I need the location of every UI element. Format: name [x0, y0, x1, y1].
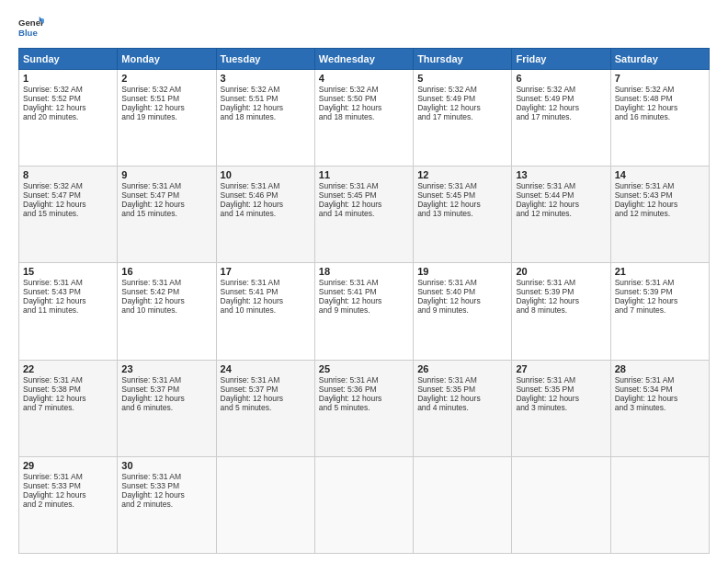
sunrise-label: Sunrise: 5:31 AM	[516, 278, 575, 287]
daylight-label: Daylight: 12 hours	[121, 296, 185, 305]
daylight-duration: and 5 minutes.	[319, 403, 370, 412]
daylight-duration: and 13 minutes.	[417, 209, 472, 218]
daylight-duration: and 7 minutes.	[615, 305, 666, 315]
calendar-table: SundayMondayTuesdayWednesdayThursdayFrid…	[18, 48, 710, 554]
sunset-label: Sunset: 5:49 PM	[417, 94, 475, 103]
calendar-cell: 8 Sunrise: 5:32 AM Sunset: 5:47 PM Dayli…	[19, 167, 118, 263]
sunset-label: Sunset: 5:33 PM	[121, 481, 179, 490]
day-number: 26	[417, 363, 507, 374]
day-number: 14	[615, 169, 705, 180]
day-number: 23	[121, 363, 211, 374]
daylight-label: Daylight: 12 hours	[23, 200, 86, 209]
daylight-duration: and 20 minutes.	[23, 112, 78, 121]
sunset-label: Sunset: 5:42 PM	[121, 287, 179, 296]
day-number: 19	[417, 266, 507, 277]
daylight-label: Daylight: 12 hours	[319, 296, 382, 305]
day-number: 4	[319, 73, 409, 84]
daylight-duration: and 3 minutes.	[615, 403, 666, 412]
sunrise-label: Sunrise: 5:31 AM	[23, 472, 83, 481]
sunrise-label: Sunrise: 5:31 AM	[121, 278, 181, 287]
calendar-cell: 22 Sunrise: 5:31 AM Sunset: 5:38 PM Dayl…	[19, 360, 118, 456]
sunset-label: Sunset: 5:39 PM	[615, 287, 673, 296]
daylight-duration: and 5 minutes.	[221, 403, 272, 412]
daylight-duration: and 8 minutes.	[516, 305, 567, 315]
sunrise-label: Sunrise: 5:32 AM	[121, 85, 181, 94]
sunset-label: Sunset: 5:35 PM	[516, 385, 574, 394]
daylight-duration: and 11 minutes.	[23, 305, 78, 315]
weekday-header-saturday: Saturday	[610, 49, 709, 70]
daylight-duration: and 7 minutes.	[23, 403, 74, 412]
daylight-duration: and 15 minutes.	[121, 209, 176, 218]
day-number: 22	[23, 363, 113, 374]
daylight-duration: and 15 minutes.	[23, 209, 78, 218]
daylight-duration: and 18 minutes.	[221, 112, 276, 121]
calendar-cell: 17 Sunrise: 5:31 AM Sunset: 5:41 PM Dayl…	[216, 263, 314, 360]
daylight-label: Daylight: 12 hours	[121, 200, 185, 209]
day-number: 8	[23, 169, 113, 180]
sunset-label: Sunset: 5:41 PM	[319, 287, 377, 296]
daylight-label: Daylight: 12 hours	[121, 490, 185, 500]
calendar-cell: 6 Sunrise: 5:32 AM Sunset: 5:49 PM Dayli…	[512, 70, 610, 167]
daylight-duration: and 2 minutes.	[23, 500, 74, 509]
sunset-label: Sunset: 5:51 PM	[121, 94, 179, 103]
sunrise-label: Sunrise: 5:31 AM	[615, 278, 675, 287]
daylight-label: Daylight: 12 hours	[221, 296, 284, 305]
daylight-duration: and 6 minutes.	[121, 403, 173, 412]
calendar-cell: 10 Sunrise: 5:31 AM Sunset: 5:46 PM Dayl…	[216, 167, 314, 263]
daylight-label: Daylight: 12 hours	[615, 200, 678, 209]
daylight-duration: and 12 minutes.	[516, 209, 571, 218]
weekday-header-friday: Friday	[512, 49, 610, 70]
weekday-header-thursday: Thursday	[414, 49, 512, 70]
day-number: 15	[23, 266, 113, 277]
day-number: 25	[319, 363, 409, 374]
day-number: 28	[615, 363, 705, 374]
daylight-label: Daylight: 12 hours	[516, 103, 579, 112]
calendar-cell: 18 Sunrise: 5:31 AM Sunset: 5:41 PM Dayl…	[314, 263, 413, 360]
sunrise-label: Sunrise: 5:32 AM	[615, 85, 675, 94]
calendar-cell: 7 Sunrise: 5:32 AM Sunset: 5:48 PM Dayli…	[610, 70, 709, 167]
sunrise-label: Sunrise: 5:31 AM	[121, 181, 181, 190]
calendar-cell: 11 Sunrise: 5:31 AM Sunset: 5:45 PM Dayl…	[314, 167, 413, 263]
weekday-header-tuesday: Tuesday	[216, 49, 314, 70]
sunrise-label: Sunrise: 5:32 AM	[221, 85, 280, 94]
sunrise-label: Sunrise: 5:32 AM	[23, 85, 83, 94]
sunset-label: Sunset: 5:39 PM	[516, 287, 574, 296]
day-number: 27	[516, 363, 606, 374]
sunrise-label: Sunrise: 5:31 AM	[319, 278, 379, 287]
sunset-label: Sunset: 5:46 PM	[221, 190, 279, 200]
calendar-week-row-5: 29 Sunrise: 5:31 AM Sunset: 5:33 PM Dayl…	[19, 456, 710, 553]
logo: General Blue	[18, 15, 31, 40]
calendar-cell	[512, 456, 610, 553]
sunrise-label: Sunrise: 5:31 AM	[516, 181, 575, 190]
day-number: 12	[417, 169, 507, 180]
day-number: 10	[221, 169, 311, 180]
sunset-label: Sunset: 5:50 PM	[319, 94, 377, 103]
daylight-label: Daylight: 12 hours	[516, 200, 579, 209]
calendar-cell	[216, 456, 314, 553]
sunrise-label: Sunrise: 5:31 AM	[221, 278, 280, 287]
day-number: 20	[516, 266, 606, 277]
calendar-cell: 23 Sunrise: 5:31 AM Sunset: 5:37 PM Dayl…	[118, 360, 216, 456]
daylight-label: Daylight: 12 hours	[516, 394, 579, 403]
sunset-label: Sunset: 5:34 PM	[615, 385, 673, 394]
daylight-duration: and 17 minutes.	[516, 112, 571, 121]
sunset-label: Sunset: 5:51 PM	[221, 94, 279, 103]
sunrise-label: Sunrise: 5:31 AM	[516, 375, 575, 385]
calendar-week-row-4: 22 Sunrise: 5:31 AM Sunset: 5:38 PM Dayl…	[19, 360, 710, 456]
calendar-cell: 15 Sunrise: 5:31 AM Sunset: 5:43 PM Dayl…	[19, 263, 118, 360]
day-number: 21	[615, 266, 705, 277]
page: General Blue SundayMondayTuesdayWednesda…	[0, 0, 728, 563]
day-number: 2	[121, 73, 211, 84]
sunset-label: Sunset: 5:45 PM	[417, 190, 475, 200]
daylight-label: Daylight: 12 hours	[615, 103, 678, 112]
daylight-duration: and 17 minutes.	[417, 112, 472, 121]
day-number: 30	[121, 460, 211, 471]
sunrise-label: Sunrise: 5:32 AM	[417, 85, 477, 94]
sunset-label: Sunset: 5:52 PM	[23, 94, 81, 103]
day-number: 24	[221, 363, 311, 374]
weekday-header-row: SundayMondayTuesdayWednesdayThursdayFrid…	[19, 49, 710, 70]
calendar-cell: 13 Sunrise: 5:31 AM Sunset: 5:44 PM Dayl…	[512, 167, 610, 263]
day-number: 9	[121, 169, 211, 180]
calendar-cell	[414, 456, 512, 553]
sunrise-label: Sunrise: 5:31 AM	[221, 181, 280, 190]
